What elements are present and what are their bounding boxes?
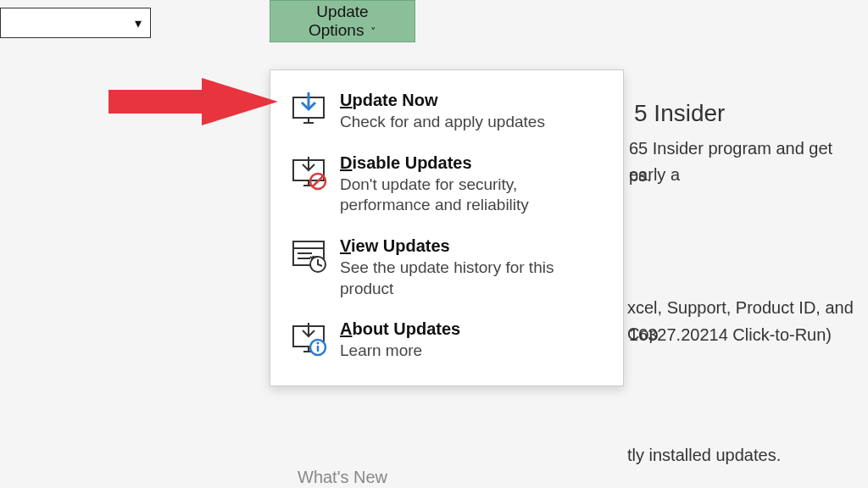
whats-new-label: What's New [298,468,387,487]
dropdown-field[interactable]: ▾ [0,8,151,38]
menu-item-title: Update Now [340,91,606,110]
menu-item-about-updates[interactable]: About Updates Learn more [277,311,616,374]
svg-point-21 [316,342,319,345]
update-options-button[interactable]: Update Options ˅ [270,0,415,42]
version-line: 16327.20214 Click-to-Run) [629,322,832,348]
insider-line-1: 65 Insider program and get early a [629,136,868,188]
chevron-down-icon: ▾ [135,15,142,31]
menu-item-title: Disable Updates [340,153,606,173]
about-updates-icon [287,319,333,362]
menu-item-desc: Learn more [340,341,606,362]
menu-item-view-updates[interactable]: View Updates See the update history for … [277,228,616,311]
menu-item-update-now[interactable]: Update Now Check for and apply updates [277,82,616,145]
svg-marker-0 [108,78,278,125]
arrow-annotation [108,78,278,125]
menu-item-desc: Check for and apply updates [340,112,606,133]
update-options-label: Update Options ˅ [309,3,376,40]
menu-item-title: About Updates [340,319,606,339]
view-updates-icon [287,236,333,299]
menu-item-desc: Don't update for security, performance a… [340,175,606,216]
menu-item-disable-updates[interactable]: Disable Updates Don't update for securit… [277,145,616,228]
update-options-menu: Update Now Check for and apply updates D… [270,69,624,386]
chevron-down-icon: ˅ [367,25,376,38]
update-now-icon [287,91,333,133]
installed-line: tly installed updates. [627,442,781,469]
insider-line-2: ps. [629,163,652,189]
insider-heading: 5 Insider [634,95,725,131]
menu-item-desc: See the update history for this product [340,258,606,299]
disable-updates-icon [287,153,333,216]
menu-item-title: View Updates [340,236,606,256]
